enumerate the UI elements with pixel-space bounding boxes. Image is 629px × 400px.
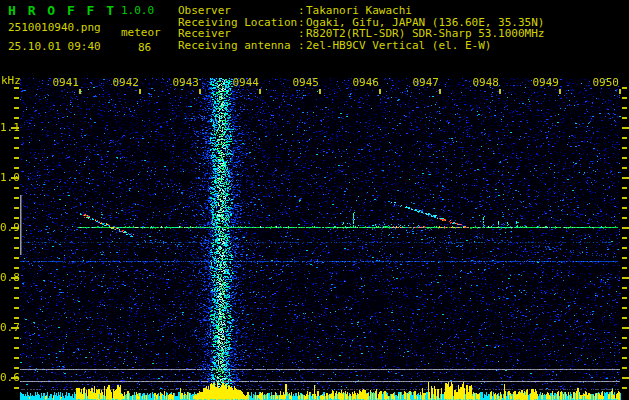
freq-tick-label: 1.0 bbox=[0, 172, 14, 183]
output-filename: 2510010940.png bbox=[8, 22, 101, 33]
station-info: Observer:Takanori KawachiReceiving Locat… bbox=[178, 5, 544, 51]
time-tick-label: 0945 bbox=[292, 77, 319, 88]
freq-tick-label: 0.9 bbox=[0, 222, 14, 233]
info-label: Observer bbox=[178, 5, 298, 17]
echo-count: 86 bbox=[138, 42, 151, 53]
station-info-row: Receiving antenna:2el-HB9CV Vertical (el… bbox=[178, 40, 544, 52]
app-title: H R O F F T bbox=[8, 3, 116, 18]
time-tick-label: 0942 bbox=[112, 77, 139, 88]
hrofft-output-window: { "header": { "app_title": "H R O F F T"… bbox=[0, 0, 629, 400]
freq-tick-label: 0.8 bbox=[0, 272, 14, 283]
datetime-label: 25.10.01 09:40 bbox=[8, 41, 101, 52]
info-label: Receiving antenna bbox=[178, 40, 298, 52]
time-tick-label: 0950 bbox=[592, 77, 619, 88]
info-colon: : bbox=[298, 5, 306, 17]
freq-tick-label: 1.1 bbox=[0, 122, 14, 133]
freq-tick-label: 0.6 bbox=[0, 372, 14, 383]
time-tick-label: 0947 bbox=[412, 77, 439, 88]
spectrogram-canvas bbox=[0, 75, 629, 400]
freq-tick-label: 0.7 bbox=[0, 322, 14, 333]
info-colon: : bbox=[298, 40, 306, 52]
time-tick-label: 0946 bbox=[352, 77, 379, 88]
freq-axis-unit-label: kHz bbox=[1, 75, 21, 86]
time-tick-label: 0944 bbox=[232, 77, 259, 88]
app-version: 1.0.0 bbox=[121, 5, 154, 16]
time-tick-label: 0943 bbox=[172, 77, 199, 88]
time-tick-label: 0941 bbox=[52, 77, 79, 88]
mode-label: meteor bbox=[121, 27, 161, 38]
time-tick-label: 0948 bbox=[472, 77, 499, 88]
time-tick-label: 0949 bbox=[532, 77, 559, 88]
info-value: 2el-HB9CV Vertical (el. E-W) bbox=[306, 39, 491, 52]
